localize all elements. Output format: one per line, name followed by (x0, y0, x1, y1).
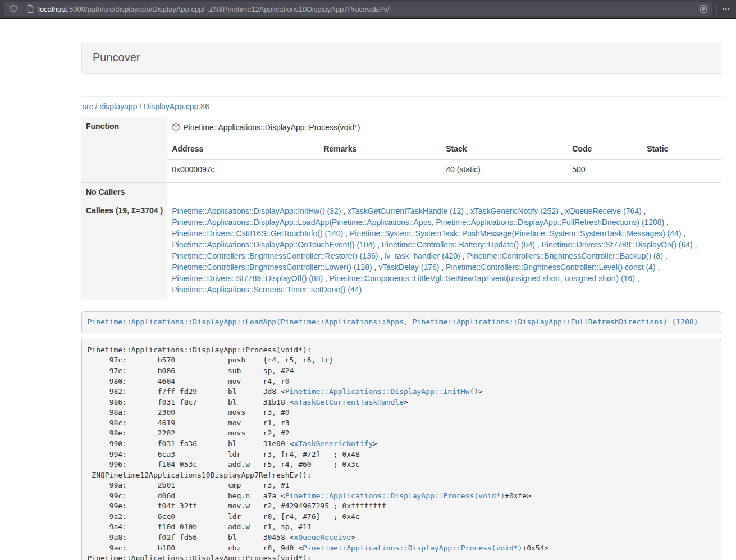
cell-stack: 40 (static) (441, 159, 568, 182)
url-bar[interactable]: localhost:5000/path/src/displayapp/Displ… (4, 2, 712, 16)
column-code: Code (568, 139, 642, 159)
callee-link[interactable]: Pinetime::Components::LittleVgl::SetNewT… (330, 274, 635, 283)
callee-link[interactable]: xTaskGetCurrentTaskHandle (12) (348, 206, 464, 215)
code-symbol-link[interactable]: Pinetime::Applications::DisplayApp::Init… (285, 387, 478, 396)
ellipsis-menu-icon[interactable] (721, 4, 730, 13)
callee-link[interactable]: Pinetime::Applications::Screens::Timer::… (172, 285, 362, 294)
code-symbol-link[interactable]: xTaskGetCurrentTaskHandle (294, 398, 404, 406)
stats-row-label (81, 139, 167, 182)
code-symbol-link[interactable]: xQueueReceive (294, 533, 351, 541)
stats-row: Address Remarks Stack Code Static 0x0000… (81, 139, 721, 182)
callee-link[interactable]: Pinetime::Controllers::Battery::Update()… (382, 240, 535, 249)
page-title: Puncover (93, 51, 140, 63)
page-icon[interactable] (26, 4, 34, 13)
callee-link[interactable]: Pinetime::Drivers::Cst816S::GetTouchInfo… (172, 229, 343, 238)
callee-link[interactable]: Pinetime::Controllers::BrightnessControl… (172, 263, 372, 272)
function-label: Function (81, 117, 167, 139)
no-callers-row: No Callers (81, 182, 721, 201)
stats-cell: Address Remarks Stack Code Static 0x0000… (167, 139, 721, 182)
callees-label: Callees (19, Σ=3704 ) (81, 201, 167, 300)
code-symbol-link[interactable]: Pinetime::Applications::DisplayApp::Proc… (303, 544, 522, 552)
breadcrumb: src / displayapp / DisplayApp.cpp:86 (83, 102, 721, 111)
app-header-panel: Puncover (81, 42, 721, 74)
table-row: 0x0000097c 40 (static) 500 (167, 159, 721, 182)
breadcrumb-item-file[interactable]: DisplayApp.cpp (144, 102, 198, 111)
column-address: Address (167, 139, 319, 159)
callee-link[interactable]: Pinetime::Controllers::BrightnessControl… (467, 251, 662, 260)
code-symbol-link[interactable]: Pinetime::Applications::DisplayApp::Proc… (285, 492, 505, 500)
toolbar-divider (716, 4, 717, 14)
column-static: Static (642, 139, 721, 159)
breadcrumb-line-number: :86 (198, 102, 209, 111)
loadapp-link[interactable]: Pinetime::Applications::DisplayApp::Load… (88, 318, 698, 326)
function-name: Pinetime::Applications::DisplayApp::Proc… (183, 122, 360, 134)
callees-cell: Pinetime::Applications::DisplayApp::Init… (167, 201, 721, 300)
callee-link[interactable]: Pinetime::Applications::DisplayApp::OnTo… (172, 240, 375, 249)
callee-link[interactable]: lv_task_handler (420) (385, 251, 460, 260)
page-container: Puncover src / displayapp / DisplayApp.c… (81, 19, 721, 560)
no-callers-cell (167, 182, 721, 201)
stats-table: Address Remarks Stack Code Static 0x0000… (167, 139, 721, 182)
callee-link[interactable]: Pinetime::Drivers::St7789::DisplayOn() (… (542, 240, 693, 249)
function-name-cell: Pinetime::Applications::DisplayApp::Proc… (167, 117, 721, 139)
cell-address: 0x0000097c (167, 159, 319, 182)
breadcrumb-item-src[interactable]: src (83, 102, 93, 111)
callee-link[interactable]: Pinetime::Drivers::St7789::DisplayOff() … (172, 274, 323, 283)
url-host: localhost (38, 5, 67, 13)
callee-link[interactable]: xTaskGenericNotify (252) (470, 206, 559, 215)
cell-code: 500 (568, 159, 642, 182)
column-stack: Stack (441, 139, 568, 159)
column-remarks: Remarks (319, 139, 441, 159)
function-row: Function Pinetime::Applications::Display… (81, 117, 721, 139)
disassembly-code: Pinetime::Applications::DisplayApp::Proc… (81, 339, 721, 560)
header-divider (81, 96, 721, 97)
breadcrumb-separator: / (93, 102, 100, 111)
callee-link[interactable]: Pinetime::Applications::DisplayApp::Init… (172, 206, 341, 215)
callee-link[interactable]: Pinetime::Controllers::BrightnessControl… (446, 263, 655, 272)
callee-link[interactable]: vTaskDelay (176) (378, 263, 439, 272)
snippet-box: Pinetime::Applications::DisplayApp::Load… (81, 311, 721, 334)
breadcrumb-separator: / (137, 102, 144, 111)
url-text[interactable]: localhost:5000/path/src/displayapp/Displ… (38, 5, 696, 13)
no-callers-label: No Callers (81, 182, 167, 201)
callee-link[interactable]: Pinetime::Controllers::BrightnessControl… (172, 251, 378, 260)
shield-icon[interactable] (9, 4, 18, 13)
browser-toolbar: localhost:5000/path/src/displayapp/Displ… (0, 0, 736, 19)
reader-view-icon[interactable] (700, 4, 707, 13)
callees-row: Callees (19, Σ=3704 ) Pinetime::Applicat… (81, 201, 721, 300)
code-symbol-link[interactable]: xTaskGenericNotify (294, 439, 373, 448)
callee-link[interactable]: xQueueReceive (764) (565, 206, 642, 215)
cube-icon (172, 122, 180, 135)
breadcrumb-item-displayapp[interactable]: displayapp (99, 102, 137, 111)
url-path: :5000/path/src/displayapp/DisplayApp.cpp… (67, 5, 390, 13)
callee-link[interactable]: Pinetime::Applications::DisplayApp::Load… (172, 218, 664, 227)
function-table: Function Pinetime::Applications::Display… (81, 117, 721, 300)
cell-remarks (319, 159, 441, 182)
urlbar-divider (22, 4, 22, 13)
cell-static (642, 159, 721, 182)
callee-link[interactable]: Pinetime::System::SystemTask::PushMessag… (350, 229, 682, 238)
